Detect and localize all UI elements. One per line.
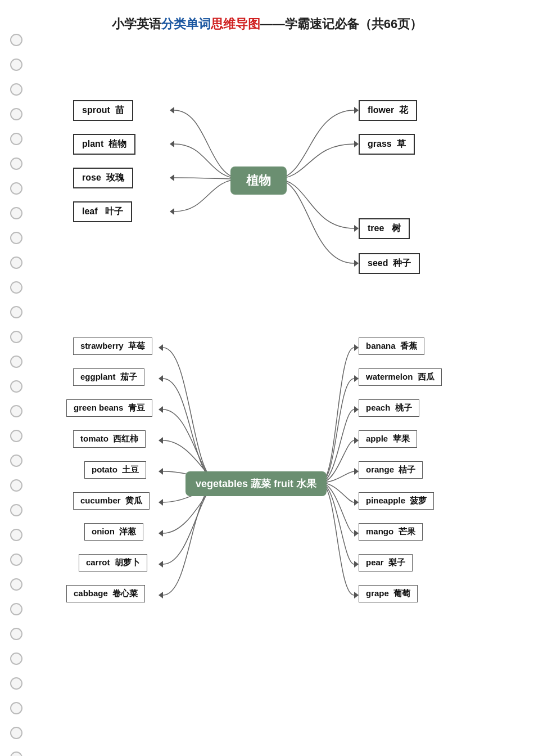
svg-marker-9 (354, 375, 359, 382)
svg-marker-17 (159, 344, 163, 351)
svg-marker-14 (354, 530, 359, 537)
svg-marker-18 (159, 375, 163, 382)
fruit-node-grape: grape 葡萄 (359, 585, 418, 602)
svg-marker-15 (354, 561, 359, 568)
page-title: 小学英语分类单词思维导图——学霸速记必备（共66页） (0, 0, 534, 44)
veg-node-carrot: carrot 胡萝卜 (79, 554, 147, 572)
veg-node-eggplant: eggplant 茄子 (73, 368, 144, 386)
svg-marker-24 (159, 561, 163, 568)
svg-marker-5 (170, 141, 174, 147)
veg-node-cabbage: cabbage 卷心菜 (66, 585, 145, 602)
fruit-node-orange: orange 桔子 (359, 461, 423, 479)
plant-node-rose: rose 玫瑰 (73, 168, 133, 188)
title-red: 思维导图 (211, 17, 260, 31)
vegfruit-center-node: vegetables 蔬菜 fruit 水果 (185, 471, 327, 496)
svg-marker-23 (159, 530, 163, 537)
mind-map-content: 植物 sprout 苗 plant 植物 rose 玫瑰 leaf 叶子 flo… (0, 44, 534, 753)
svg-marker-10 (354, 406, 359, 413)
fruit-node-peach: peach 桃子 (359, 399, 419, 417)
plant-node-sprout: sprout 苗 (73, 100, 133, 121)
veg-node-onion: onion 洋葱 (84, 523, 143, 541)
svg-marker-3 (354, 260, 359, 267)
fruit-node-pear: pear 梨子 (359, 554, 413, 572)
fruit-node-banana: banana 香蕉 (359, 338, 424, 355)
svg-marker-21 (159, 468, 163, 475)
svg-marker-25 (159, 592, 163, 598)
veg-node-greenbeans: green beans 青豆 (66, 399, 152, 417)
svg-marker-12 (354, 468, 359, 475)
svg-marker-1 (354, 141, 359, 147)
plant-node-leaf: leaf 叶子 (73, 201, 132, 222)
fruit-node-mango: mango 芒果 (359, 523, 423, 541)
fruit-node-watermelon: watermelon 西瓜 (359, 368, 442, 386)
plant-node-grass: grass 草 (359, 134, 415, 155)
title-part1: 小学英语 (112, 17, 161, 31)
svg-marker-22 (159, 499, 163, 506)
svg-marker-8 (354, 344, 359, 351)
veg-node-strawberry: strawberry 草莓 (73, 338, 152, 355)
plant-node-seed: seed 种子 (359, 253, 420, 274)
svg-marker-13 (354, 499, 359, 506)
plant-node-tree: tree 树 (359, 218, 410, 239)
svg-marker-2 (354, 225, 359, 232)
fruit-node-apple: apple 苹果 (359, 430, 417, 448)
svg-marker-19 (159, 406, 163, 413)
veg-node-potato: potato 土豆 (84, 461, 146, 479)
svg-marker-7 (170, 208, 174, 215)
title-part4: ——学霸速记必备（共66页） (260, 17, 422, 31)
veg-node-cucumber: cucumber 黄瓜 (73, 492, 150, 510)
svg-marker-4 (170, 107, 174, 114)
svg-marker-20 (159, 437, 163, 444)
svg-marker-0 (354, 107, 359, 114)
plant-node-plant: plant 植物 (73, 134, 135, 155)
svg-marker-16 (354, 592, 359, 598)
veg-node-tomato: tomato 西红柿 (73, 430, 146, 448)
title-blue: 分类单词 (161, 17, 211, 31)
plant-center-node: 植物 (230, 166, 287, 195)
fruit-node-pineapple: pineapple 菠萝 (359, 492, 434, 510)
plant-node-flower: flower 花 (359, 100, 417, 121)
svg-marker-11 (354, 437, 359, 444)
svg-marker-6 (170, 174, 174, 181)
